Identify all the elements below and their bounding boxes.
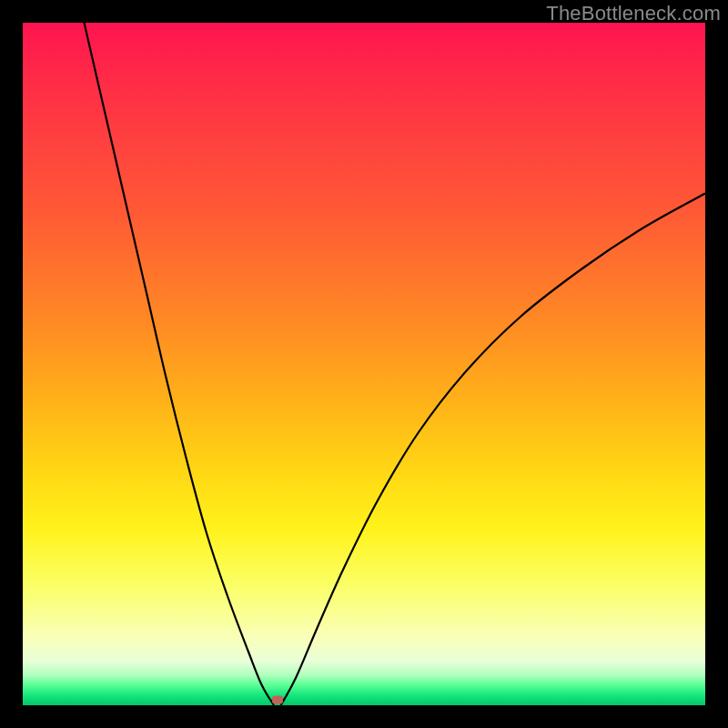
curve-left-branch	[85, 23, 275, 705]
curve-right-branch	[281, 194, 706, 706]
plot-area	[23, 23, 705, 705]
bottleneck-curve	[23, 23, 705, 705]
optimal-point-marker	[272, 696, 283, 704]
chart-frame: TheBottleneck.com	[0, 0, 728, 728]
